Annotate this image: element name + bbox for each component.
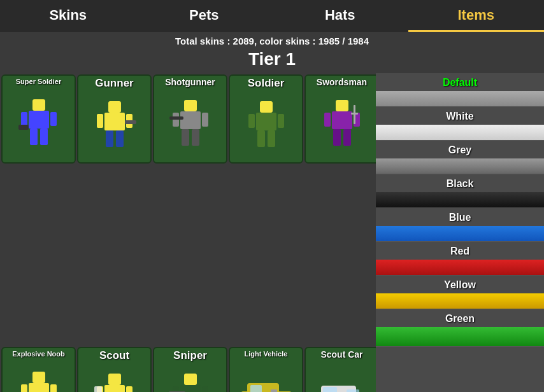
tab-skins[interactable]: Skins	[0, 0, 136, 32]
color-swatch-green	[376, 327, 544, 346]
svg-rect-26	[268, 130, 275, 147]
skin-label-swordsman: Swordsman	[315, 76, 368, 87]
skin-light-vehicle[interactable]: Light Vehicle	[229, 347, 303, 392]
skin-shotgunner[interactable]: Shotgunner	[153, 74, 227, 164]
tab-pets[interactable]: Pets	[136, 0, 273, 32]
skin-img-scout-car	[306, 360, 376, 392]
color-swatch-grey	[376, 158, 544, 174]
svg-rect-34	[351, 113, 358, 115]
svg-rect-37	[21, 384, 27, 392]
svg-rect-1	[29, 111, 49, 129]
svg-rect-32	[343, 129, 351, 146]
stats-bar: Total skins : 2089, color skins : 1985 /…	[0, 32, 544, 48]
skins-grid-container: Super Soldier Gunner	[0, 73, 376, 392]
grid-row-2: Explosive Noob Scout	[0, 346, 376, 392]
svg-rect-11	[106, 130, 113, 147]
svg-rect-25	[257, 130, 265, 147]
svg-rect-20	[169, 116, 183, 120]
skin-label-shotgunner: Shotgunner	[164, 76, 217, 87]
skin-label-gunner: Gunner	[94, 76, 134, 90]
skin-swordsman[interactable]: Swordsman	[304, 74, 376, 164]
svg-rect-0	[32, 99, 45, 111]
svg-rect-23	[248, 114, 255, 128]
svg-rect-3	[50, 112, 57, 126]
svg-rect-15	[180, 111, 201, 129]
color-swatch-white	[376, 125, 544, 140]
svg-rect-31	[333, 129, 341, 146]
svg-rect-13	[125, 120, 136, 124]
skin-label-super-soldier: Super Soldier	[15, 76, 63, 85]
svg-rect-4	[30, 129, 38, 145]
color-label-green: Green	[376, 309, 544, 327]
skin-img-super-soldier	[3, 85, 75, 162]
color-option-grey[interactable]: Grey	[376, 141, 544, 174]
svg-rect-63	[250, 385, 262, 392]
color-label-black: Black	[376, 174, 544, 192]
tab-hats[interactable]: Hats	[272, 0, 408, 32]
color-option-red[interactable]: Red	[376, 242, 544, 276]
skin-img-swordsman	[306, 87, 376, 162]
color-swatch-red	[376, 260, 544, 275]
skin-img-sniper	[154, 362, 226, 392]
svg-rect-72	[347, 389, 359, 392]
skin-img-explosive-noob	[3, 358, 75, 392]
skin-super-soldier[interactable]: Super Soldier	[1, 74, 76, 164]
color-label-red: Red	[376, 242, 544, 260]
svg-rect-2	[21, 112, 27, 126]
svg-rect-9	[97, 114, 103, 128]
svg-rect-71	[323, 387, 337, 392]
svg-rect-52	[173, 386, 179, 392]
skin-soldier[interactable]: Soldier	[229, 74, 303, 164]
skin-scout-car[interactable]: Scout Car	[304, 347, 376, 392]
tier-label: Tier 1	[0, 48, 544, 73]
color-option-white[interactable]: White	[376, 107, 544, 141]
svg-rect-36	[29, 383, 49, 392]
svg-rect-17	[202, 113, 208, 127]
skin-scout[interactable]: Scout	[77, 347, 152, 392]
skin-gunner[interactable]: Gunner	[77, 74, 152, 164]
skin-img-soldier	[230, 90, 302, 162]
skin-label-scout: Scout	[98, 348, 131, 362]
skin-img-shotgunner	[154, 87, 226, 162]
color-swatch-blue	[376, 226, 544, 241]
svg-rect-38	[50, 384, 57, 392]
skin-img-scout	[78, 362, 150, 392]
color-option-black[interactable]: Black	[376, 174, 544, 208]
color-option-green[interactable]: Green	[376, 309, 544, 347]
svg-rect-19	[192, 129, 199, 146]
color-label-blue: Blue	[376, 208, 544, 226]
svg-rect-29	[324, 113, 331, 127]
svg-rect-43	[108, 374, 121, 385]
svg-rect-21	[260, 101, 273, 113]
svg-rect-18	[182, 129, 189, 146]
stats-text: Total skins : 2089, color skins : 1985 /…	[175, 36, 369, 46]
skin-label-scout-car: Scout Car	[319, 348, 364, 360]
svg-rect-64	[271, 389, 277, 392]
color-option-yellow[interactable]: Yellow	[376, 276, 544, 309]
svg-rect-24	[278, 114, 284, 128]
color-label-white: White	[376, 107, 544, 125]
color-label-yellow: Yellow	[376, 276, 544, 293]
svg-rect-50	[184, 374, 197, 385]
svg-rect-6	[18, 125, 29, 130]
color-label-default: Default	[376, 73, 544, 91]
skin-explosive-noob[interactable]: Explosive Noob	[1, 347, 76, 392]
svg-rect-35	[32, 372, 45, 383]
color-panel: Default White Grey Black Blue Red	[376, 73, 544, 392]
color-label-grey: Grey	[376, 141, 544, 158]
color-option-blue[interactable]: Blue	[376, 208, 544, 242]
svg-rect-28	[332, 111, 352, 129]
svg-rect-8	[104, 113, 125, 130]
color-swatch-black	[376, 192, 544, 207]
skin-img-gunner	[78, 90, 150, 162]
color-option-default[interactable]: Default	[376, 73, 544, 107]
color-swatch-yellow	[376, 293, 544, 309]
skin-label-explosive-noob: Explosive Noob	[11, 348, 66, 358]
skin-img-light-vehicle	[230, 358, 302, 392]
skin-label-light-vehicle: Light Vehicle	[243, 348, 289, 358]
svg-rect-51	[180, 385, 201, 392]
tab-items[interactable]: Items	[408, 0, 545, 32]
color-swatch-default	[376, 91, 544, 106]
grid-row-1: Super Soldier Gunner	[0, 73, 376, 346]
skin-sniper[interactable]: Sniper	[153, 347, 227, 392]
